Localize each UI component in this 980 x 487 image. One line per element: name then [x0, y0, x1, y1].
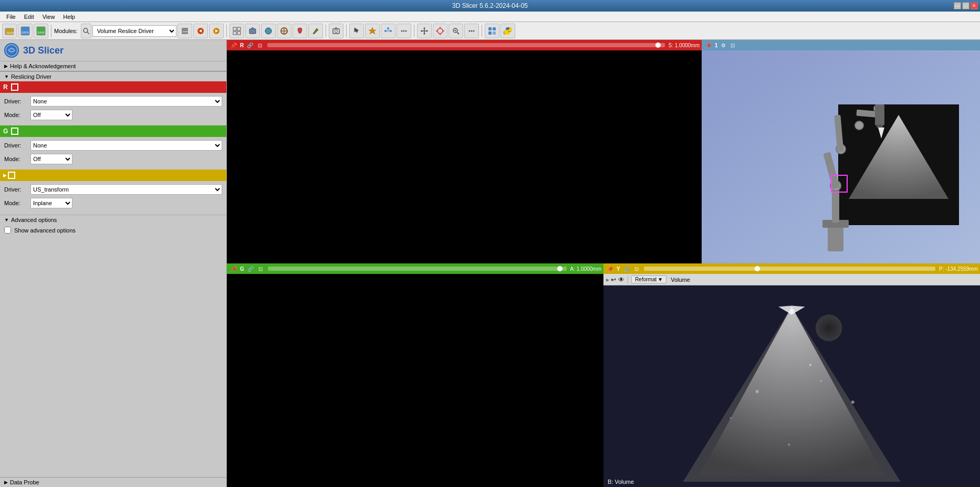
toolbar-capture-button[interactable] — [329, 24, 343, 38]
y-undo-button[interactable]: ↩ — [611, 276, 616, 283]
svg-rect-14 — [233, 27, 236, 30]
help-section-label: Help & Acknowledgement — [10, 63, 76, 69]
y-slice-toolbar: 📌 Y 🔗 ⊡ P: -134.2559mm — [603, 263, 980, 274]
y-pin-button[interactable]: 📌 — [606, 266, 615, 272]
y-expand-button[interactable]: ⊡ — [633, 266, 640, 272]
green-link-button[interactable]: 🔗 — [246, 266, 255, 272]
nav-back-button[interactable]: — — [178, 24, 192, 38]
reformat-label: Reformat — [635, 277, 656, 282]
red-slice-canvas[interactable] — [227, 50, 702, 263]
show-advanced-checkbox[interactable] — [4, 227, 11, 234]
3d-expand-button[interactable]: ⊡ — [729, 43, 736, 48]
red-expand-button[interactable]: ⊡ — [256, 43, 264, 48]
svg-point-42 — [437, 28, 443, 34]
data-probe-header[interactable]: ▶ Data Probe — [0, 477, 226, 487]
y-slice-label: Y — [617, 266, 620, 272]
svg-rect-17 — [237, 31, 241, 35]
advanced-section-header[interactable]: ▼ Advanced options — [0, 215, 226, 225]
toolbar-markups-button[interactable] — [365, 24, 380, 38]
r-slice-letter: R — [3, 83, 8, 91]
toolbar-python-button[interactable] — [501, 24, 515, 38]
g-slice-bar[interactable]: G — [0, 125, 226, 137]
g-mode-row: Mode: Off Inplane Inplane90 Transverse — [0, 153, 226, 165]
nav-next-button[interactable] — [209, 24, 224, 38]
show-advanced-label[interactable]: Show advanced options — [14, 227, 76, 234]
red-slice-label: R — [240, 43, 244, 48]
toolbar-sep-4 — [346, 25, 347, 37]
3d-pin-button[interactable]: 📌 — [704, 43, 713, 48]
reslicing-section-header[interactable]: ▼ Reslicing Driver — [0, 71, 226, 81]
toolbar-zoom-button[interactable] — [449, 24, 463, 38]
y-slice-icon — [8, 172, 15, 179]
svg-point-29 — [390, 30, 392, 32]
toolbar-more2-button[interactable] — [464, 24, 479, 38]
red-slice-slider[interactable] — [267, 43, 664, 47]
help-section-header[interactable]: ▶ Help & Acknowledgement — [0, 61, 226, 71]
r-slice-bar[interactable]: R — [0, 81, 226, 93]
toolbar-move-button[interactable] — [417, 24, 432, 38]
close-button[interactable]: ✕ — [971, 2, 978, 9]
menu-file[interactable]: File — [2, 13, 20, 21]
toolbar-mouse-btn[interactable] — [349, 24, 364, 38]
svg-rect-16 — [233, 31, 236, 35]
nav-prev-button[interactable] — [193, 24, 208, 38]
y-mode-select[interactable]: Off Inplane Inplane90 Transverse — [30, 198, 72, 208]
toolbar-save-button[interactable]: SAVE — [34, 24, 48, 38]
red-pin-button[interactable]: 📌 — [229, 43, 238, 48]
toolbar-volumes-button[interactable] — [245, 24, 260, 38]
minimize-button[interactable]: — — [954, 2, 961, 9]
menu-view[interactable]: View — [38, 13, 59, 21]
g-slice-icon — [11, 128, 18, 135]
toolbar-connect-button[interactable] — [381, 24, 395, 38]
svg-rect-57 — [493, 31, 496, 35]
toolbar-editor-button[interactable] — [308, 24, 323, 38]
toolbar-sep-1 — [51, 25, 51, 37]
green-slice-canvas[interactable] — [227, 274, 603, 487]
toolbar-crosshair-button[interactable] — [433, 24, 447, 38]
g-mode-select[interactable]: Off Inplane Inplane90 Transverse — [30, 154, 72, 164]
g-driver-select[interactable]: None US_transform — [30, 140, 222, 151]
toolbar-more-button[interactable] — [397, 24, 411, 38]
green-expand-button[interactable]: ⊡ — [257, 266, 264, 272]
svg-point-78 — [851, 400, 854, 404]
svg-rect-56 — [488, 31, 492, 35]
y-driver-select[interactable]: None US_transform — [30, 184, 222, 195]
green-slice-slider[interactable] — [268, 267, 567, 271]
svg-line-48 — [457, 32, 459, 34]
data-probe-label: Data Probe — [10, 479, 39, 485]
green-slice-view: 📌 G 🔗 ⊡ A: 1.0000mm — [227, 263, 603, 487]
svg-point-79 — [788, 443, 790, 446]
y-slice-slider[interactable] — [644, 267, 935, 271]
modules-label: Modules: — [54, 28, 78, 34]
toolbar-open-button[interactable]: DATA — [2, 24, 17, 38]
green-pin-button[interactable]: 📌 — [229, 266, 238, 272]
y-link-button[interactable]: 🔗 — [622, 266, 631, 272]
y-slice-bar[interactable]: ▶ — [0, 170, 226, 181]
green-slice-toolbar: 📌 G 🔗 ⊡ A: 1.0000mm — [227, 263, 603, 274]
g-slice-letter: G — [3, 128, 8, 135]
toolbar-transforms-button[interactable] — [277, 24, 291, 38]
menu-edit[interactable]: Edit — [20, 13, 38, 21]
g-driver-label: Driver: — [4, 142, 30, 149]
reslicing-arrow-icon: ▼ — [4, 74, 9, 79]
advanced-section-label: Advanced options — [11, 217, 57, 223]
red-link-button[interactable]: 🔗 — [245, 43, 255, 48]
reformat-button[interactable]: Reformat ▼ — [631, 276, 666, 283]
toolbar-layout-button[interactable] — [230, 24, 244, 38]
module-search-button[interactable] — [81, 24, 91, 38]
r-mode-select[interactable]: Off Inplane Inplane90 Transverse — [30, 110, 72, 120]
green-slice-value: A: 1.0000mm — [570, 266, 601, 272]
3d-settings-button[interactable]: ⚙ — [720, 43, 727, 48]
toolbar-save-data-button[interactable]: DATA — [18, 24, 33, 38]
maximize-button[interactable]: □ — [962, 2, 969, 9]
menu-help[interactable]: Help — [59, 13, 79, 21]
r-driver-select[interactable]: None US_transform — [30, 96, 222, 107]
y-eye-button[interactable]: 👁 — [618, 276, 624, 283]
y-slice-canvas[interactable]: B: Volume — [603, 285, 980, 487]
toolbar-fiducials-button[interactable] — [293, 24, 307, 38]
toolbar-extension-button[interactable] — [485, 24, 499, 38]
toolbar-models-button[interactable] — [261, 24, 276, 38]
3d-canvas[interactable] — [702, 50, 980, 263]
sub-divider — [628, 276, 628, 284]
module-dropdown[interactable]: Volume Reslice Driver — [92, 25, 176, 37]
